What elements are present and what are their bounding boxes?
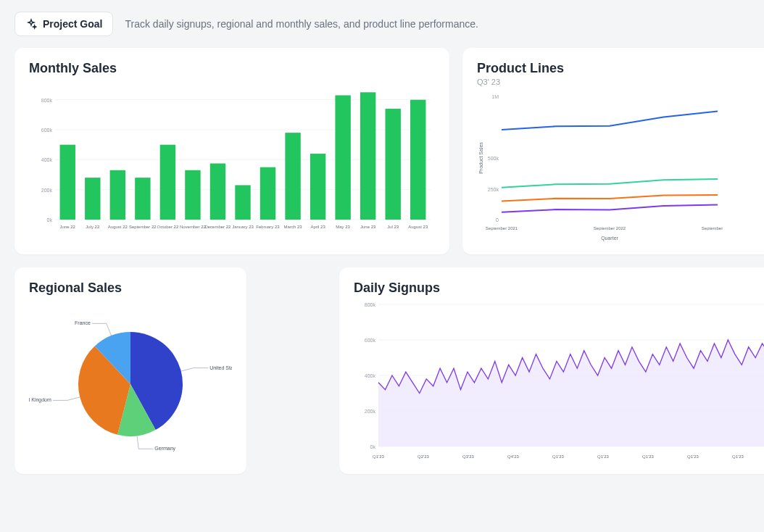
svg-text:January 23: January 23 — [232, 225, 254, 229]
svg-rect-18 — [160, 145, 175, 220]
chart-product-lines: 0250k500k1MProduct SalesSeptember 2021Se… — [477, 92, 764, 244]
chart-regional-sales: United StatesGermanyUnited KingdomFrance — [29, 297, 232, 464]
svg-text:August 22: August 22 — [108, 225, 128, 229]
svg-text:800k: 800k — [365, 302, 376, 307]
svg-text:October 22: October 22 — [157, 225, 179, 229]
svg-text:Q1'23: Q1'23 — [373, 454, 384, 459]
header-bar: Project Goal Track daily signups, region… — [0, 0, 764, 48]
card-title-product: Product Lines — [477, 61, 764, 76]
svg-text:September 2023: September 2023 — [702, 226, 723, 230]
svg-text:600k: 600k — [365, 338, 376, 343]
card-monthly-sales: Monthly Sales 0k200k400k600k800kJune 22J… — [14, 48, 449, 254]
svg-text:0: 0 — [496, 217, 499, 223]
card-regional-sales: Regional Sales United StatesGermanyUnite… — [14, 267, 246, 474]
svg-rect-12 — [85, 178, 100, 220]
card-subtitle-product: Q3' 23 — [477, 78, 764, 86]
svg-text:April 23: April 23 — [310, 225, 325, 229]
card-title-signups: Daily Signups — [354, 280, 764, 296]
svg-text:Product Sales: Product Sales — [478, 142, 483, 174]
svg-rect-10 — [60, 145, 75, 220]
svg-text:March 23: March 23 — [284, 225, 303, 229]
card-title-monthly: Monthly Sales — [29, 61, 435, 76]
project-goal-button[interactable]: Project Goal — [14, 12, 113, 36]
svg-rect-36 — [385, 109, 400, 220]
svg-text:Q1'23: Q1'23 — [642, 454, 654, 459]
svg-text:August 23: August 23 — [408, 225, 428, 229]
svg-rect-38 — [410, 100, 425, 220]
svg-text:Q3'23: Q3'23 — [462, 454, 474, 459]
svg-text:November 22: November 22 — [180, 225, 207, 229]
card-product-lines: Product Lines Q3' 23 0250k500k1MProduct … — [462, 48, 764, 254]
chart-daily-signups: 0k200k400k600k800kQ1'23Q2'23Q3'23Q4'23Q1… — [354, 297, 764, 464]
svg-text:Q2'23: Q2'23 — [418, 454, 429, 459]
svg-text:December 22: December 22 — [204, 225, 231, 229]
chart-monthly-sales: 0k200k400k600k800kJune 22July 22August 2… — [29, 78, 435, 237]
svg-text:0k: 0k — [370, 444, 376, 449]
svg-rect-30 — [310, 154, 325, 220]
svg-text:September 2022: September 2022 — [594, 226, 626, 230]
svg-text:United States: United States — [209, 365, 232, 370]
svg-text:Q1'23: Q1'23 — [552, 454, 564, 459]
svg-rect-26 — [260, 167, 275, 220]
svg-text:Q4'23: Q4'23 — [507, 454, 519, 459]
svg-rect-14 — [110, 170, 125, 220]
svg-text:200k: 200k — [41, 188, 53, 193]
svg-rect-20 — [185, 170, 200, 220]
svg-rect-34 — [360, 92, 375, 220]
svg-text:June 22: June 22 — [60, 225, 76, 229]
svg-text:200k: 200k — [365, 409, 376, 414]
dashboard-grid: Monthly Sales 0k200k400k600k800kJune 22J… — [0, 48, 764, 489]
svg-rect-28 — [285, 133, 300, 220]
svg-text:United Kingdom: United Kingdom — [29, 397, 51, 403]
sparkle-icon — [25, 18, 37, 30]
svg-text:Q1'23: Q1'23 — [687, 454, 699, 459]
svg-text:July 22: July 22 — [86, 225, 100, 229]
svg-text:800k: 800k — [41, 98, 53, 103]
svg-text:1M: 1M — [491, 94, 499, 99]
svg-text:Jul 23: Jul 23 — [387, 225, 399, 229]
svg-text:September 22: September 22 — [129, 225, 157, 229]
project-goal-label: Project Goal — [43, 18, 102, 30]
svg-text:Quarter: Quarter — [601, 236, 618, 241]
svg-rect-16 — [135, 178, 150, 220]
header-description: Track daily signups, regional and monthl… — [125, 18, 478, 30]
svg-text:France: France — [75, 320, 91, 325]
svg-text:500k: 500k — [488, 156, 499, 161]
svg-text:May 23: May 23 — [336, 225, 350, 229]
svg-text:Germany: Germany — [154, 446, 175, 452]
svg-text:February 23: February 23 — [256, 225, 280, 229]
svg-rect-24 — [235, 185, 250, 220]
svg-text:June 23: June 23 — [360, 225, 376, 229]
svg-text:600k: 600k — [41, 128, 53, 133]
svg-text:0k: 0k — [47, 217, 53, 223]
svg-rect-32 — [335, 95, 350, 220]
svg-text:400k: 400k — [365, 373, 376, 378]
svg-text:September 2021: September 2021 — [486, 226, 518, 230]
svg-text:250k: 250k — [488, 187, 499, 192]
svg-text:Q1'23: Q1'23 — [732, 454, 744, 459]
svg-text:400k: 400k — [41, 157, 53, 162]
svg-rect-22 — [210, 164, 225, 220]
card-title-regional: Regional Sales — [29, 280, 232, 296]
svg-text:Q1'23: Q1'23 — [597, 454, 609, 459]
card-daily-signups: Daily Signups 0k200k400k600k800kQ1'23Q2'… — [339, 267, 764, 474]
